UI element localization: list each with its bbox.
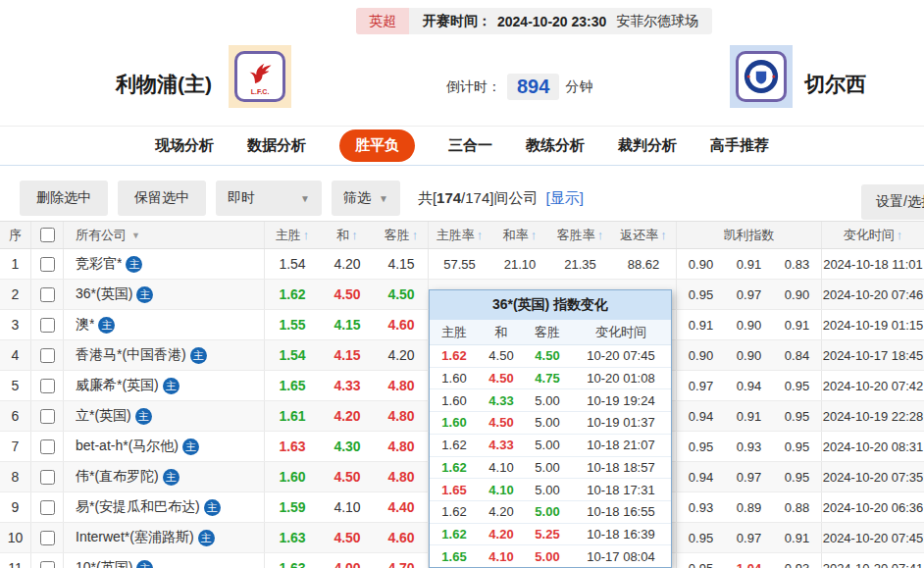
away-odds[interactable]: 4.60	[375, 310, 429, 339]
draw-odds[interactable]: 4.10	[320, 499, 375, 515]
popup-col-away: 客胜	[524, 324, 571, 341]
company-cell[interactable]: 澳*主	[64, 310, 265, 339]
draw-odds[interactable]: 4.30	[320, 439, 375, 454]
company-cell[interactable]: 伟*(直布罗陀)主	[64, 462, 265, 491]
home-odds[interactable]: 1.63	[265, 530, 320, 545]
count-prefix: 共[	[418, 189, 436, 206]
home-odds[interactable]: 1.55	[265, 317, 320, 333]
popup-draw-odds: 4.33	[479, 438, 524, 452]
popup-draw-odds: 4.33	[479, 393, 524, 408]
company-name: 立*(英国)	[76, 407, 131, 425]
keep-selected-button[interactable]: 保留选中	[118, 181, 206, 216]
tab-expert-recommend[interactable]: 高手推荐	[710, 136, 769, 155]
row-seq: 4	[0, 340, 31, 370]
col-draw-odds[interactable]: 和↑	[320, 227, 375, 244]
home-odds[interactable]: 1.54	[265, 256, 320, 272]
tab-coach-analysis[interactable]: 教练分析	[526, 136, 585, 155]
col-home-odds[interactable]: 主胜↑	[265, 227, 320, 244]
row-checkbox[interactable]	[40, 439, 55, 454]
table-header-row: 序 所有公司 ▼ 主胜↑ 和↑ 客胜↑ 主胜率↑ 和率↑ 客胜率↑ 返还率↑ 凯…	[0, 221, 924, 249]
settings-button[interactable]: 设置/选择	[861, 184, 924, 220]
select-all-checkbox[interactable]	[40, 228, 55, 242]
company-cell[interactable]: Interwet*(塞浦路斯)主	[64, 523, 265, 552]
home-odds[interactable]: 1.62	[265, 286, 320, 302]
home-odds[interactable]: 1.54	[265, 347, 320, 363]
row-checkbox[interactable]	[40, 470, 55, 485]
kelly-cell: 0.970.940.95	[677, 371, 822, 400]
draw-odds[interactable]: 4.15	[320, 347, 375, 363]
col-away-rate[interactable]: 客胜率↑	[549, 227, 611, 244]
tab-three-in-one[interactable]: 三合一	[448, 136, 492, 155]
countdown-label: 倒计时：	[446, 78, 501, 96]
row-checkbox[interactable]	[40, 561, 55, 568]
draw-odds[interactable]: 4.20	[320, 408, 375, 424]
company-cell[interactable]: 竞彩官*主	[64, 249, 265, 279]
draw-odds[interactable]: 4.33	[320, 378, 375, 393]
kelly-home: 0.95	[677, 531, 725, 545]
home-odds[interactable]: 1.60	[265, 469, 320, 485]
row-checkbox[interactable]	[40, 379, 55, 393]
company-cell[interactable]: 威廉希*(英国)主	[64, 371, 265, 400]
row-checkbox-cell	[31, 310, 64, 339]
row-checkbox[interactable]	[40, 318, 55, 333]
company-name: 澳*	[76, 316, 94, 334]
tab-win-draw-lose[interactable]: 胜平负	[339, 129, 415, 162]
away-odds[interactable]: 4.40	[375, 492, 429, 522]
home-rate: 57.55	[429, 257, 490, 272]
company-cell[interactable]: 易*(安提瓜和巴布达)主	[64, 492, 265, 522]
col-change-time[interactable]: 变化时间↑	[822, 227, 924, 244]
company-cell[interactable]: 香港马*(中国香港)主	[64, 340, 265, 370]
row-checkbox[interactable]	[40, 257, 55, 272]
away-odds[interactable]: 4.15	[375, 249, 429, 279]
kelly-away: 0.93	[773, 561, 821, 568]
away-odds[interactable]: 4.60	[375, 523, 429, 552]
tab-data-analysis[interactable]: 数据分析	[247, 136, 306, 155]
away-odds[interactable]: 4.80	[375, 432, 429, 461]
draw-odds[interactable]: 4.20	[320, 256, 375, 272]
home-odds[interactable]: 1.63	[265, 560, 320, 568]
row-checkbox[interactable]	[40, 348, 55, 363]
draw-odds[interactable]: 4.15	[320, 317, 375, 333]
kelly-cell: 0.940.970.95	[677, 462, 822, 491]
show-link[interactable]: [显示]	[545, 189, 583, 208]
away-odds[interactable]: 4.20	[375, 340, 429, 370]
delete-selected-button[interactable]: 删除选中	[20, 181, 108, 216]
company-cell[interactable]: bet-at-h*(马尔他)主	[64, 432, 265, 461]
popup-home-odds: 1.62	[430, 504, 479, 519]
draw-odds[interactable]: 4.50	[320, 530, 375, 545]
col-return-rate[interactable]: 返还率↑	[611, 222, 677, 248]
row-checkbox[interactable]	[40, 500, 55, 515]
draw-odds[interactable]: 4.00	[320, 560, 375, 568]
change-time: 2024-10-20 07:46	[822, 287, 924, 302]
home-badge: 主	[204, 499, 221, 516]
filter-dropdown[interactable]: 筛选 ▼	[332, 181, 400, 216]
col-draw-rate[interactable]: 和率↑	[490, 227, 549, 244]
popup-row: 1.624.205.0010-18 16:55	[430, 501, 671, 524]
away-odds[interactable]: 4.50	[375, 280, 429, 309]
draw-odds[interactable]: 4.50	[320, 469, 375, 485]
away-odds[interactable]: 4.80	[375, 371, 429, 400]
col-away-odds[interactable]: 客胜↑	[375, 222, 429, 248]
row-checkbox[interactable]	[40, 287, 55, 302]
home-odds[interactable]: 1.61	[265, 408, 320, 424]
company-cell[interactable]: 10*(英国)主	[64, 553, 265, 568]
home-odds[interactable]: 1.65	[265, 378, 320, 393]
tab-live-analysis[interactable]: 现场分析	[155, 136, 214, 155]
row-checkbox[interactable]	[40, 409, 55, 424]
home-badge: 主	[136, 560, 153, 568]
time-mode-select[interactable]: 即时 ▼	[216, 181, 322, 216]
col-home-rate[interactable]: 主胜率↑	[429, 227, 490, 244]
company-cell[interactable]: 立*(英国)主	[64, 401, 265, 431]
home-odds[interactable]: 1.59	[265, 499, 320, 515]
home-badge: 主	[182, 439, 199, 455]
col-company[interactable]: 所有公司 ▼	[64, 222, 265, 248]
popup-draw-odds: 4.10	[479, 483, 524, 497]
draw-odds[interactable]: 4.50	[320, 286, 375, 302]
home-odds[interactable]: 1.63	[265, 439, 320, 454]
row-checkbox[interactable]	[40, 531, 55, 545]
tab-referee-analysis[interactable]: 裁判分析	[618, 136, 677, 155]
company-cell[interactable]: 36*(英国)主	[64, 280, 265, 309]
away-odds[interactable]: 4.80	[375, 401, 429, 431]
away-odds[interactable]: 4.80	[375, 462, 429, 491]
away-odds[interactable]: 4.70	[375, 553, 429, 568]
